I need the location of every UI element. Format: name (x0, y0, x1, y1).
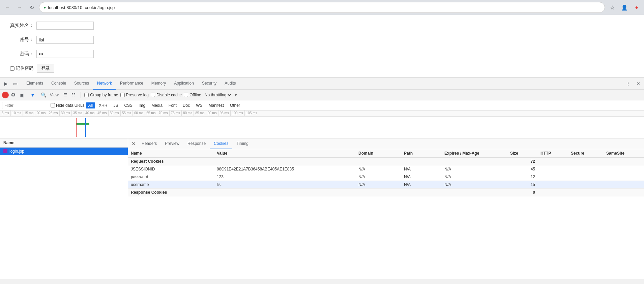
table-row[interactable]: JSESSIONID 98C91E42E21A7B36458ABE405AE1E… (128, 165, 644, 173)
password-input[interactable] (36, 50, 94, 58)
bookmark-button[interactable]: ☆ (608, 3, 617, 12)
detail-tabs: ✕ Headers Preview Response Cookies Timin… (128, 138, 644, 149)
col-header-path[interactable]: Path (401, 149, 442, 158)
group-by-frame-checkbox[interactable] (84, 93, 89, 97)
col-header-expires[interactable]: Expires / Max-Age (442, 149, 507, 158)
tick-15ms: 15 ms (23, 111, 35, 116)
tick-35ms: 35 ms (71, 111, 84, 116)
tab-cookies[interactable]: Cookies (210, 138, 232, 149)
true-name-input[interactable] (36, 22, 94, 30)
table-row[interactable]: username lisi N/A N/A N/A 15 (128, 181, 644, 189)
clear-button[interactable]: ♻ (11, 92, 16, 98)
filter-all-button[interactable]: All (86, 102, 95, 108)
account-input[interactable] (36, 36, 94, 44)
cookie-size-password: 12 (507, 173, 538, 181)
table-row[interactable]: password 123 N/A N/A N/A 12 (128, 173, 644, 181)
col-header-value[interactable]: Value (214, 149, 356, 158)
filter-input[interactable] (2, 102, 49, 109)
timeline-bar-blue (85, 118, 86, 137)
address-bar[interactable]: ● localhost:8080/10_cookie/login.jsp (39, 2, 605, 13)
col-header-http[interactable]: HTTP (538, 149, 568, 158)
filter-font-button[interactable]: Font (166, 102, 179, 108)
group-by-frame-label[interactable]: Group by frame (84, 93, 118, 97)
tree-view-button[interactable]: ☷ (70, 91, 77, 99)
request-cookies-header: Request Cookies 72 (128, 158, 644, 165)
extension-button[interactable]: ● (632, 3, 641, 12)
filter-media-button[interactable]: Media (149, 102, 165, 108)
cookie-secure-jsessionid (568, 165, 604, 173)
cookie-path-jsessionid: N/A (401, 165, 442, 173)
login-button[interactable]: 登录 (37, 64, 54, 73)
preserve-log-checkbox[interactable] (120, 93, 125, 97)
filter-manifest-button[interactable]: Manifest (206, 102, 226, 108)
search-button[interactable]: 🔍 (39, 91, 48, 99)
close-detail-button[interactable]: ✕ (129, 140, 138, 148)
close-devtools-button[interactable]: ✕ (634, 79, 643, 88)
tab-security[interactable]: Security (198, 77, 221, 90)
tab-network[interactable]: Network (93, 77, 116, 90)
filter-doc-button[interactable]: Doc (180, 102, 192, 108)
tick-80ms: 80 ms (181, 111, 194, 116)
col-header-domain[interactable]: Domain (356, 149, 401, 158)
account-button[interactable]: 👤 (620, 3, 629, 12)
tab-performance[interactable]: Performance (116, 77, 147, 90)
preserve-log-label[interactable]: Preserve log (120, 93, 149, 97)
col-header-name[interactable]: Name (128, 149, 214, 158)
remember-checkbox-label[interactable]: 记住密码 (10, 65, 33, 71)
account-row: 账号： (10, 36, 634, 44)
filter-xhr-button[interactable]: XHR (96, 102, 110, 108)
hide-data-checkbox[interactable] (51, 103, 55, 107)
offline-label[interactable]: Offline (184, 93, 201, 97)
filter-img-button[interactable]: Img (136, 102, 148, 108)
filter-ws-button[interactable]: WS (194, 102, 205, 108)
col-header-size[interactable]: Size (507, 149, 538, 158)
tab-console[interactable]: Console (47, 77, 70, 90)
tab-headers[interactable]: Headers (138, 138, 161, 149)
screenshot-button[interactable]: ▣ (18, 91, 26, 99)
tab-application[interactable]: Application (170, 77, 198, 90)
table-header-row: Name Value Domain Path Expires / Max-Age… (128, 149, 644, 158)
cookie-value-jsessionid: 98C91E42E21A7B36458ABE405AE1E835 (214, 165, 356, 173)
list-view-button[interactable]: ☰ (62, 91, 69, 99)
main-content: Name login.jsp ✕ Headers Preview Respons… (0, 138, 644, 279)
col-header-samesite[interactable]: SameSite (604, 149, 644, 158)
throttle-select[interactable]: No throttling (203, 92, 232, 98)
tick-55ms: 55 ms (120, 111, 133, 116)
col-header-secure[interactable]: Secure (568, 149, 604, 158)
tick-85ms: 85 ms (194, 111, 206, 116)
back-button[interactable]: ← (3, 3, 12, 12)
cookies-table: Name Value Domain Path Expires / Max-Age… (128, 149, 644, 196)
hide-data-label[interactable]: Hide data URLs (51, 103, 85, 108)
record-button[interactable] (2, 92, 9, 98)
tab-timing[interactable]: Timing (232, 138, 253, 149)
tab-audits[interactable]: Audits (221, 77, 240, 90)
response-cookies-label: Response Cookies (128, 189, 507, 196)
select-element-button[interactable]: ▶ (1, 79, 10, 88)
forward-button[interactable]: → (15, 3, 24, 12)
reload-button[interactable]: ↻ (27, 3, 36, 12)
offline-checkbox[interactable] (184, 93, 188, 97)
filter-js-button[interactable]: JS (111, 102, 120, 108)
cookie-value-username: lisi (214, 181, 356, 189)
tab-memory[interactable]: Memory (147, 77, 170, 90)
cookie-secure-password (568, 173, 604, 181)
tick-5ms: 5 ms (0, 111, 10, 116)
list-item[interactable]: login.jsp (0, 148, 128, 155)
filter-css-button[interactable]: CSS (122, 102, 135, 108)
tab-sources[interactable]: Sources (70, 77, 93, 90)
tick-20ms: 20 ms (35, 111, 47, 116)
tab-preview[interactable]: Preview (161, 138, 183, 149)
filter-button[interactable]: ▼ (28, 91, 37, 99)
disable-cache-label[interactable]: Disable cache (151, 93, 182, 97)
more-options-button[interactable]: ⋮ (624, 79, 633, 88)
browser-toolbar: ← → ↻ ● localhost:8080/10_cookie/login.j… (0, 0, 644, 15)
device-toolbar-button[interactable]: ▭ (11, 79, 20, 88)
remember-checkbox[interactable] (10, 66, 14, 71)
tick-60ms: 60 ms (133, 111, 145, 116)
tab-response[interactable]: Response (183, 138, 210, 149)
cookie-size-jsessionid: 45 (507, 165, 538, 173)
tab-elements[interactable]: Elements (22, 77, 47, 90)
disable-cache-checkbox[interactable] (151, 93, 155, 97)
devtools: ▶ ▭ Elements Console Sources Network Per… (0, 77, 644, 279)
filter-other-button[interactable]: Other (228, 102, 242, 108)
